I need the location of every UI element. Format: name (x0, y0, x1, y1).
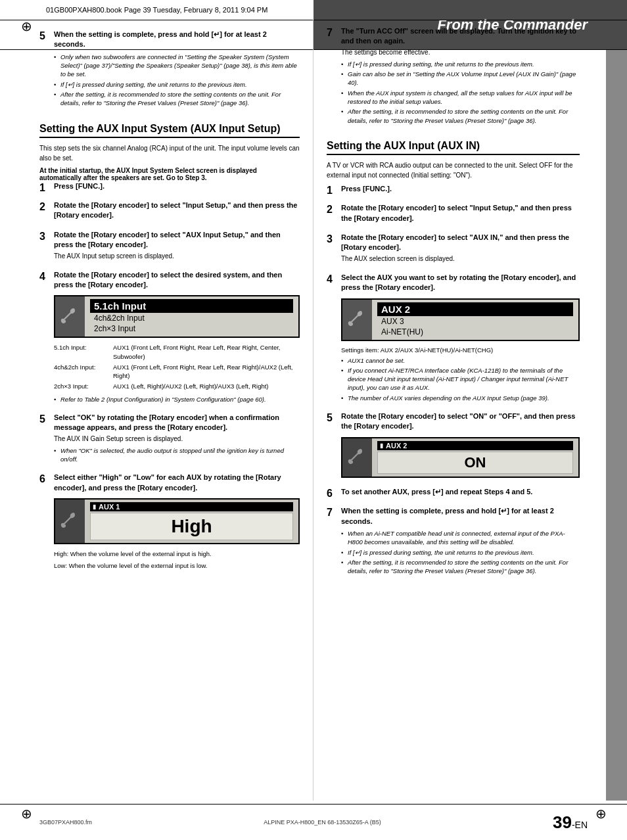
step-6r-content: To set another AUX, press [↵] and repeat… (341, 487, 580, 497)
step-5b-body: The AUX IN Gain Setup screen is displaye… (54, 434, 300, 444)
aux2-label: AUX 2 (386, 442, 407, 450)
high-value: High (90, 513, 293, 540)
step-4-bullets: Refer to Table 2 (Input Configuration) i… (54, 395, 300, 404)
step-4-right: 4 Select the AUX you want to set by rota… (327, 273, 580, 408)
on-value: ON (377, 452, 573, 474)
step-7-right: 7 When the setting is complete, press an… (327, 506, 580, 580)
screen-item-4: Ai-NET(HU) (377, 327, 573, 337)
step-6r-title: To set another AUX, press [↵] and repeat… (341, 487, 580, 497)
step-3r-body: The AUX selection screen is displayed. (341, 254, 580, 264)
step-5-title: When the setting is complete, press and … (54, 30, 300, 50)
input-row-1: 5.1ch Input: AUX1 (Front Left, Front Rig… (54, 343, 300, 361)
screen-content-1: 5.1ch Input 4ch&2ch Input 2ch×3 Input (85, 296, 298, 337)
step-1r-title: Press [FUNC.]. (341, 184, 580, 194)
input-value-3: AUX1 (Left, Right)/AUX2 (Left, Right)/AU… (113, 382, 300, 390)
display-screen-1: 5.1ch Input 4ch&2ch Input 2ch×3 Input (54, 295, 300, 338)
step-3-left: 3 Rotate the [Rotary encoder] to select … (39, 230, 300, 266)
wrench-icon-2 (348, 310, 367, 329)
right-column: 7 The "Turn ACC Off" screen will be disp… (314, 20, 606, 801)
step-4r-title: Select the AUX you want to set by rotati… (341, 273, 580, 293)
input-row-3: 2ch×3 Input: AUX1 (Left, Right)/AUX2 (Le… (54, 382, 300, 390)
left-column: 5 When the setting is complete, press an… (0, 20, 314, 801)
step-1-left: 1 Press [FUNC.]. (39, 181, 300, 197)
step-num-4r: 4 (327, 273, 333, 285)
step-1-right: 1 Press [FUNC.]. (327, 184, 580, 199)
bullet-item: The number of AUX varies depending on th… (341, 394, 580, 402)
step-2r-title: Rotate the [Rotary encoder] to select "I… (341, 203, 580, 223)
screen-icon-1 (55, 296, 85, 337)
step-num-7: 7 (327, 26, 333, 39)
wrench-icon (60, 307, 80, 327)
step-5-content: When the setting is complete, press and … (54, 30, 300, 108)
section-heading-left: Setting the AUX Input System (AUX Input … (39, 123, 300, 138)
bottom-footer: 3GB07PXAH800.fm ALPINE PXA-H800_EN 68-13… (0, 804, 627, 840)
step-6-left: 6 Select either "High" or "Low" for each… (39, 473, 300, 574)
aux-label-bar: AUX 1 (90, 502, 293, 511)
step-2-right: 2 Rotate the [Rotary encoder] to select … (327, 203, 580, 229)
step-7r-bullets: When an Ai-NET compatible head unit is c… (341, 529, 580, 575)
step-num-6: 6 (39, 473, 45, 485)
step-5b-bullets: When "OK" is selected, the audio output … (54, 446, 300, 464)
page-number: 39-EN (553, 812, 588, 833)
step-2r-content: Rotate the [Rotary encoder] to select "I… (341, 203, 580, 223)
step-2-content: Rotate the [Rotary encoder] to select "I… (54, 200, 300, 221)
step-4-left: 4 Rotate the [Rotary encoder] to select … (39, 270, 300, 409)
step-3-title: Rotate the [Rotary encoder] to select "A… (54, 230, 300, 250)
step-7-title: The "Turn ACC Off" screen will be displa… (341, 26, 580, 47)
step-7-bullets: If [↵] is pressed during setting, the un… (341, 60, 580, 125)
step-5-right: 5 Rotate the [Rotary encoder] to select … (327, 411, 580, 483)
screen-content-2: AUX 2 AUX 3 Ai-NET(HU) (372, 300, 578, 340)
bullet-item: AUX1 cannot be set. (341, 356, 580, 365)
screen-selected-item: 5.1ch Input (90, 299, 293, 313)
step-1-title: Press [FUNC.]. (54, 181, 300, 191)
footer-left: 3GB07PXAH800.fm (39, 819, 92, 826)
step-3r-content: Rotate the [Rotary encoder] to select "A… (341, 233, 580, 264)
step-4-content: Rotate the [Rotary encoder] to select th… (54, 270, 300, 404)
step-4-title: Rotate the [Rotary encoder] to select th… (54, 270, 300, 291)
aux2-screen: AUX 2 ON (341, 437, 580, 478)
step-4r-bullets: AUX1 cannot be set. If you connect Ai-NE… (341, 356, 580, 402)
screen-item-1: 4ch&2ch Input (90, 313, 293, 323)
input-value-2: AUX1 (Front Left, Front Right, Rear Left… (113, 363, 300, 381)
file-info: 01GB00PXAH800.book Page 39 Tuesday, Febr… (46, 6, 267, 14)
screen-item-2: 2ch×3 Input (90, 323, 293, 334)
step-7r-content: When the setting is complete, press and … (341, 506, 580, 575)
step-6-title: Select either "High" or "Low" for each A… (54, 473, 300, 493)
step-num-1r: 1 (327, 184, 333, 197)
bullet-item: When "OK" is selected, the audio output … (54, 446, 300, 464)
step-1r-content: Press [FUNC.]. (341, 184, 580, 194)
step-5-top: 5 When the setting is complete, press an… (39, 30, 300, 113)
step-num-3: 3 (39, 230, 45, 243)
bullet-item: After the setting, it is recommended to … (341, 558, 580, 576)
bullet-item: After the setting, it is recommended to … (341, 107, 580, 125)
step-5r-content: Rotate the [Rotary encoder] to select "O… (341, 411, 580, 478)
step-num-7r: 7 (327, 506, 333, 519)
step-6-right: 6 To set another AUX, press [↵] and repe… (327, 487, 580, 502)
bullet-item: If [↵] is pressed during setting, the un… (341, 60, 580, 68)
aux2-content: AUX 2 ON (372, 438, 578, 477)
step-num-2r: 2 (327, 203, 333, 216)
settings-item-line: Settings item: AUX 2/AUX 3/Ai-NET(HU)/Ai… (341, 346, 580, 354)
aux-high-screen: AUX 1 High (54, 498, 300, 544)
step-6-content: Select either "High" or "Low" for each A… (54, 473, 300, 569)
caption-high: High: When the volume level of the exter… (54, 549, 300, 558)
input-value-1: AUX1 (Front Left, Front Right, Rear Left… (113, 343, 300, 361)
step-num-5r: 5 (327, 411, 333, 424)
screen-selected-2: AUX 2 (377, 302, 573, 316)
aux2-label-bar: AUX 2 (377, 441, 573, 450)
display-screen-2: AUX 2 AUX 3 Ai-NET(HU) (341, 298, 580, 341)
screen-item-3: AUX 3 (377, 316, 573, 327)
input-label-1: 5.1ch Input: (54, 343, 113, 361)
bullet-item: If [↵] is pressed during setting, the un… (54, 80, 300, 89)
input-label-3: 2ch×3 Input: (54, 382, 113, 390)
step-5b-content: Select "OK" by rotating the [Rotary enco… (54, 413, 300, 463)
high-content: AUX 1 High (85, 500, 298, 543)
step-4r-content: Select the AUX you want to set by rotati… (341, 273, 580, 402)
step-num-2: 2 (39, 200, 45, 213)
step-5b-title: Select "OK" by rotating the [Rotary enco… (54, 413, 300, 433)
step-5-bullets: Only when two subwoofers are connected i… (54, 53, 300, 108)
intro-text-left: This step sets the six channel Analog (R… (39, 143, 300, 163)
section-heading-right: Setting the AUX Input (AUX IN) (327, 140, 580, 155)
step-3-content: Rotate the [Rotary encoder] to select "A… (54, 230, 300, 261)
aux-wrench-icon (60, 511, 80, 531)
